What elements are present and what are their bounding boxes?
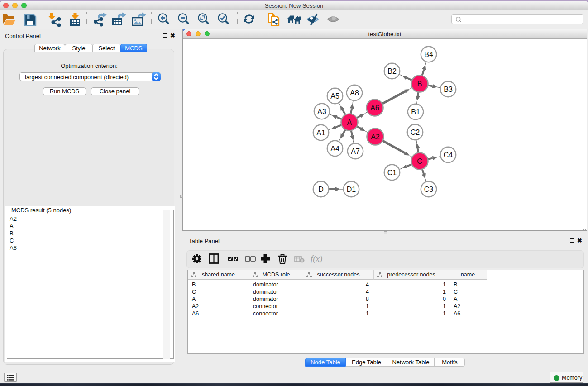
svg-text:B1: B1 (411, 108, 420, 116)
svg-text:A4: A4 (330, 145, 339, 152)
svg-text:A8: A8 (350, 89, 359, 97)
svg-text:B: B (417, 80, 422, 88)
svg-text:A1: A1 (316, 129, 325, 137)
svg-text:A3: A3 (317, 108, 326, 115)
svg-text:D: D (318, 186, 324, 193)
svg-text:C2: C2 (411, 129, 420, 136)
svg-text:A6: A6 (370, 104, 379, 112)
svg-text:B3: B3 (444, 86, 453, 93)
svg-text:A5: A5 (330, 92, 339, 100)
svg-text:B2: B2 (387, 67, 397, 75)
svg-text:D1: D1 (347, 186, 356, 193)
svg-text:B4: B4 (424, 51, 433, 58)
svg-text:A2: A2 (371, 133, 380, 141)
svg-text:C3: C3 (424, 186, 434, 193)
svg-text:C4: C4 (444, 151, 453, 159)
svg-text:C1: C1 (387, 169, 397, 176)
svg-text:A: A (347, 119, 352, 126)
svg-text:A7: A7 (351, 148, 360, 155)
svg-text:f(x): f(x) (311, 254, 322, 264)
svg-text:C: C (417, 157, 422, 165)
